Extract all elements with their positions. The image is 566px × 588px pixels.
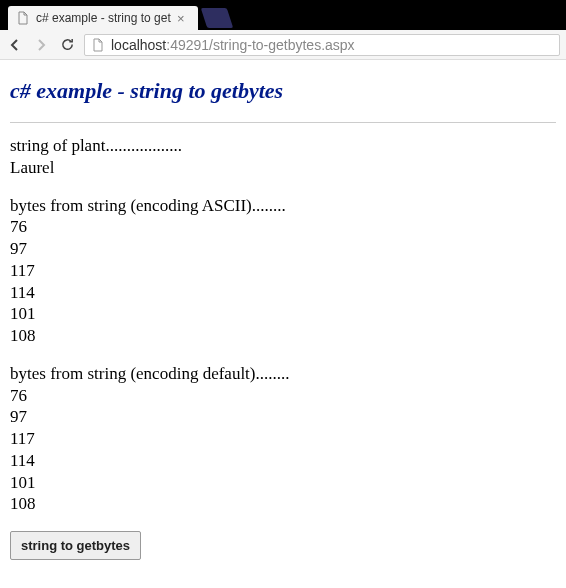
plant-block: string of plant.................. Laurel <box>10 135 556 179</box>
divider <box>10 122 556 123</box>
ascii-byte: 97 <box>10 239 27 258</box>
browser-tabstrip: c# example - string to getb × <box>0 0 566 30</box>
forward-button[interactable] <box>32 36 50 54</box>
page-icon <box>16 11 30 25</box>
reload-button[interactable] <box>58 36 76 54</box>
ascii-block: bytes from string (encoding ASCII)......… <box>10 195 556 347</box>
tab-title: c# example - string to getb <box>36 11 171 25</box>
ascii-label: bytes from string (encoding ASCII)......… <box>10 196 286 215</box>
new-tab-button[interactable] <box>201 8 233 28</box>
plant-value: Laurel <box>10 158 54 177</box>
default-byte: 108 <box>10 494 36 513</box>
address-bar[interactable]: localhost:49291/string-to-getbytes.aspx <box>84 34 560 56</box>
back-button[interactable] <box>6 36 24 54</box>
page-title: c# example - string to getbytes <box>10 78 556 104</box>
address-port: :49291 <box>166 37 209 53</box>
ascii-byte: 101 <box>10 304 36 323</box>
ascii-byte: 76 <box>10 217 27 236</box>
plant-label: string of plant.................. <box>10 136 182 155</box>
page-content: c# example - string to getbytes string o… <box>0 60 566 570</box>
ascii-byte: 117 <box>10 261 35 280</box>
default-byte: 76 <box>10 386 27 405</box>
tab-close-icon[interactable]: × <box>177 11 185 26</box>
ascii-byte: 114 <box>10 283 35 302</box>
default-block: bytes from string (encoding default)....… <box>10 363 556 515</box>
ascii-byte: 108 <box>10 326 36 345</box>
string-to-getbytes-button[interactable]: string to getbytes <box>10 531 141 560</box>
site-icon <box>91 38 105 52</box>
address-host: localhost <box>111 37 166 53</box>
default-byte: 101 <box>10 473 36 492</box>
default-byte: 97 <box>10 407 27 426</box>
browser-toolbar: localhost:49291/string-to-getbytes.aspx <box>0 30 566 60</box>
default-label: bytes from string (encoding default)....… <box>10 364 290 383</box>
default-byte: 117 <box>10 429 35 448</box>
address-path: /string-to-getbytes.aspx <box>209 37 355 53</box>
browser-tab[interactable]: c# example - string to getb × <box>8 6 198 30</box>
default-byte: 114 <box>10 451 35 470</box>
